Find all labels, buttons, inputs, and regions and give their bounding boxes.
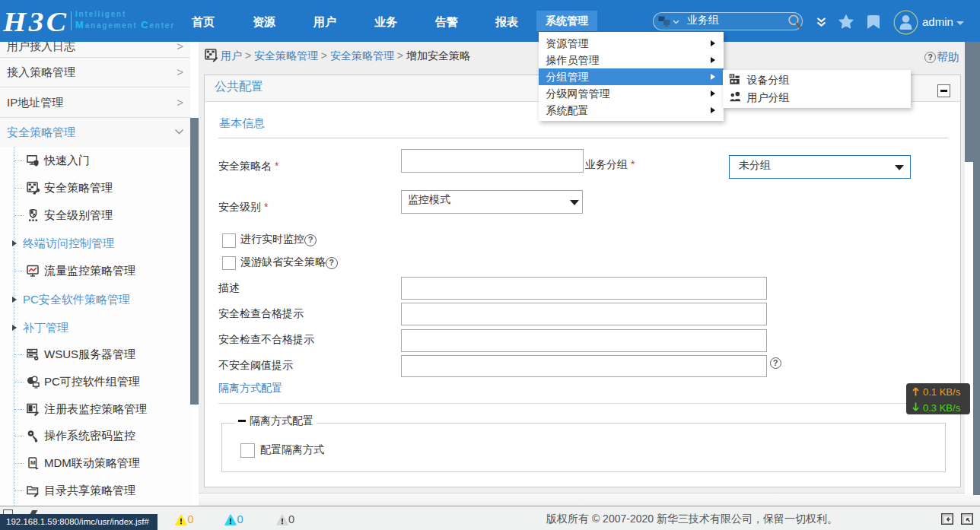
svg-text:M: M <box>30 459 36 466</box>
